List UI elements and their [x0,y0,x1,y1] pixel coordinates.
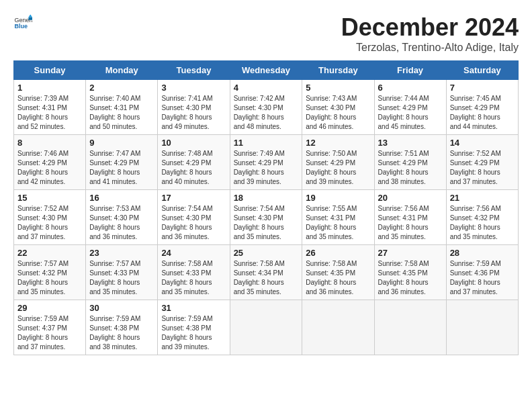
day-number: 28 [450,248,515,258]
day-number: 5 [306,83,370,93]
calendar-cell: 25Sunrise: 7:58 AM Sunset: 4:34 PM Dayli… [230,245,302,300]
day-number: 23 [89,248,154,258]
calendar-cell [302,300,374,355]
calendar-table: SundayMondayTuesdayWednesdayThursdayFrid… [13,60,519,355]
calendar-cell: 21Sunrise: 7:56 AM Sunset: 4:32 PM Dayli… [446,190,518,245]
day-info: Sunrise: 7:58 AM Sunset: 4:34 PM Dayligh… [234,259,299,297]
day-number: 12 [306,138,370,148]
day-number: 15 [17,193,82,203]
calendar-week-5: 29Sunrise: 7:59 AM Sunset: 4:37 PM Dayli… [14,300,519,355]
weekday-header-thursday: Thursday [302,61,374,80]
day-info: Sunrise: 7:44 AM Sunset: 4:29 PM Dayligh… [378,94,443,132]
day-number: 4 [234,83,299,93]
calendar-cell: 20Sunrise: 7:56 AM Sunset: 4:31 PM Dayli… [374,190,446,245]
title-area: December 2024 Terzolas, Trentino-Alto Ad… [341,13,519,54]
svg-marker-2 [28,14,32,17]
calendar-cell: 29Sunrise: 7:59 AM Sunset: 4:37 PM Dayli… [14,300,86,355]
day-info: Sunrise: 7:48 AM Sunset: 4:29 PM Dayligh… [161,149,226,187]
calendar-cell: 16Sunrise: 7:53 AM Sunset: 4:30 PM Dayli… [86,190,158,245]
calendar-cell: 7Sunrise: 7:45 AM Sunset: 4:29 PM Daylig… [446,80,518,135]
calendar-cell: 17Sunrise: 7:54 AM Sunset: 4:30 PM Dayli… [158,190,230,245]
calendar-week-3: 15Sunrise: 7:52 AM Sunset: 4:30 PM Dayli… [14,190,519,245]
page-header: General Blue December 2024 Terzolas, Tre… [13,13,519,54]
calendar-cell: 6Sunrise: 7:44 AM Sunset: 4:29 PM Daylig… [374,80,446,135]
location-title: Terzolas, Trentino-Alto Adige, Italy [341,42,519,54]
weekday-header-sunday: Sunday [14,61,86,80]
calendar-cell: 3Sunrise: 7:41 AM Sunset: 4:30 PM Daylig… [158,80,230,135]
calendar-week-2: 8Sunrise: 7:46 AM Sunset: 4:29 PM Daylig… [14,135,519,190]
day-info: Sunrise: 7:46 AM Sunset: 4:29 PM Dayligh… [17,149,82,187]
calendar-week-1: 1Sunrise: 7:39 AM Sunset: 4:31 PM Daylig… [14,80,519,135]
day-info: Sunrise: 7:54 AM Sunset: 4:30 PM Dayligh… [161,204,226,242]
day-number: 8 [17,138,82,148]
calendar-cell [446,300,518,355]
day-number: 1 [17,83,82,93]
day-number: 31 [161,303,226,313]
day-number: 24 [161,248,226,258]
calendar-cell: 1Sunrise: 7:39 AM Sunset: 4:31 PM Daylig… [14,80,86,135]
calendar-cell: 8Sunrise: 7:46 AM Sunset: 4:29 PM Daylig… [14,135,86,190]
day-number: 27 [378,248,443,258]
calendar-cell: 24Sunrise: 7:58 AM Sunset: 4:33 PM Dayli… [158,245,230,300]
day-info: Sunrise: 7:40 AM Sunset: 4:31 PM Dayligh… [89,94,154,132]
day-number: 17 [161,193,226,203]
day-info: Sunrise: 7:52 AM Sunset: 4:30 PM Dayligh… [17,204,82,242]
day-info: Sunrise: 7:56 AM Sunset: 4:32 PM Dayligh… [450,204,515,242]
calendar-cell: 31Sunrise: 7:59 AM Sunset: 4:38 PM Dayli… [158,300,230,355]
calendar-cell [374,300,446,355]
day-number: 16 [89,193,154,203]
day-number: 29 [17,303,82,313]
day-number: 13 [378,138,443,148]
month-title: December 2024 [341,13,519,42]
calendar-cell: 18Sunrise: 7:54 AM Sunset: 4:30 PM Dayli… [230,190,302,245]
day-number: 11 [234,138,299,148]
day-info: Sunrise: 7:47 AM Sunset: 4:29 PM Dayligh… [89,149,154,187]
day-info: Sunrise: 7:51 AM Sunset: 4:29 PM Dayligh… [378,149,443,187]
logo: General Blue [13,13,32,32]
calendar-cell: 13Sunrise: 7:51 AM Sunset: 4:29 PM Dayli… [374,135,446,190]
day-info: Sunrise: 7:56 AM Sunset: 4:31 PM Dayligh… [378,204,443,242]
calendar-header-row: SundayMondayTuesdayWednesdayThursdayFrid… [14,61,519,80]
day-info: Sunrise: 7:49 AM Sunset: 4:29 PM Dayligh… [234,149,299,187]
calendar-cell: 27Sunrise: 7:58 AM Sunset: 4:35 PM Dayli… [374,245,446,300]
day-number: 10 [161,138,226,148]
logo-icon: General Blue [13,13,32,32]
day-info: Sunrise: 7:41 AM Sunset: 4:30 PM Dayligh… [161,94,226,132]
day-number: 2 [89,83,154,93]
calendar-cell: 26Sunrise: 7:58 AM Sunset: 4:35 PM Dayli… [302,245,374,300]
weekday-header-tuesday: Tuesday [158,61,230,80]
day-number: 30 [89,303,154,313]
day-info: Sunrise: 7:55 AM Sunset: 4:31 PM Dayligh… [306,204,370,242]
day-number: 7 [450,83,515,93]
calendar-cell: 11Sunrise: 7:49 AM Sunset: 4:29 PM Dayli… [230,135,302,190]
day-number: 3 [161,83,226,93]
day-info: Sunrise: 7:59 AM Sunset: 4:38 PM Dayligh… [89,314,154,352]
day-number: 25 [234,248,299,258]
day-info: Sunrise: 7:52 AM Sunset: 4:29 PM Dayligh… [450,149,515,187]
day-number: 20 [378,193,443,203]
day-info: Sunrise: 7:58 AM Sunset: 4:35 PM Dayligh… [378,259,443,297]
day-info: Sunrise: 7:42 AM Sunset: 4:30 PM Dayligh… [234,94,299,132]
calendar-cell: 2Sunrise: 7:40 AM Sunset: 4:31 PM Daylig… [86,80,158,135]
weekday-header-saturday: Saturday [446,61,518,80]
day-number: 22 [17,248,82,258]
weekday-header-friday: Friday [374,61,446,80]
calendar-cell [230,300,302,355]
weekday-header-monday: Monday [86,61,158,80]
day-number: 14 [450,138,515,148]
calendar-cell: 15Sunrise: 7:52 AM Sunset: 4:30 PM Dayli… [14,190,86,245]
weekday-header-wednesday: Wednesday [230,61,302,80]
day-info: Sunrise: 7:59 AM Sunset: 4:38 PM Dayligh… [161,314,226,352]
day-info: Sunrise: 7:59 AM Sunset: 4:37 PM Dayligh… [17,314,82,352]
day-info: Sunrise: 7:57 AM Sunset: 4:33 PM Dayligh… [89,259,154,297]
day-info: Sunrise: 7:59 AM Sunset: 4:36 PM Dayligh… [450,259,515,297]
day-number: 9 [89,138,154,148]
day-info: Sunrise: 7:43 AM Sunset: 4:30 PM Dayligh… [306,94,370,132]
day-info: Sunrise: 7:50 AM Sunset: 4:29 PM Dayligh… [306,149,370,187]
svg-text:Blue: Blue [14,23,28,30]
day-number: 6 [378,83,443,93]
calendar-cell: 5Sunrise: 7:43 AM Sunset: 4:30 PM Daylig… [302,80,374,135]
day-info: Sunrise: 7:53 AM Sunset: 4:30 PM Dayligh… [89,204,154,242]
calendar-cell: 10Sunrise: 7:48 AM Sunset: 4:29 PM Dayli… [158,135,230,190]
day-info: Sunrise: 7:39 AM Sunset: 4:31 PM Dayligh… [17,94,82,132]
